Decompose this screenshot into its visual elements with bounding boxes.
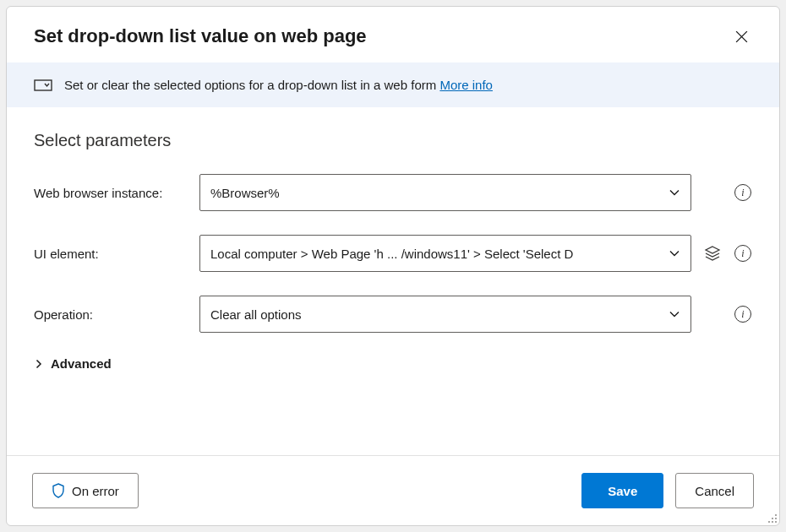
svg-point-5: [772, 521, 773, 523]
web-browser-select[interactable]: %Browser%: [199, 174, 691, 211]
chevron-down-icon: [669, 247, 680, 259]
banner-text: Set or clear the selected options for a …: [64, 78, 493, 92]
info-icon: i: [734, 245, 751, 262]
web-browser-label: Web browser instance:: [34, 186, 199, 200]
svg-point-2: [772, 518, 773, 519]
chevron-down-icon: [669, 187, 680, 198]
save-button[interactable]: Save: [581, 473, 663, 508]
web-browser-info-button[interactable]: i: [734, 183, 752, 202]
svg-point-3: [775, 518, 777, 519]
dropdown-banner-icon: [34, 79, 52, 92]
info-icon: i: [734, 184, 751, 201]
param-operation: Operation: Clear all options i: [34, 296, 752, 333]
dialog-footer: On error Save Cancel: [7, 455, 779, 525]
layers-icon: [704, 245, 721, 262]
on-error-label: On error: [72, 484, 119, 498]
operation-label: Operation:: [34, 307, 199, 322]
shield-icon: [52, 483, 65, 498]
dialog-title: Set drop-down list value on web page: [34, 25, 367, 47]
svg-point-6: [775, 521, 777, 523]
svg-point-4: [768, 521, 770, 523]
chevron-right-icon: [34, 359, 44, 369]
content-area: Select parameters Web browser instance: …: [7, 107, 779, 455]
chevron-down-icon: [669, 308, 680, 320]
operation-info-button[interactable]: i: [734, 305, 752, 323]
advanced-toggle[interactable]: Advanced: [34, 356, 752, 371]
info-banner: Set or clear the selected options for a …: [7, 62, 779, 107]
operation-value: Clear all options: [210, 307, 669, 322]
dialog-header: Set drop-down list value on web page: [7, 7, 779, 62]
on-error-button[interactable]: On error: [32, 473, 139, 508]
ui-element-picker-button[interactable]: [703, 244, 722, 263]
operation-select[interactable]: Clear all options: [199, 296, 691, 333]
cancel-label: Cancel: [695, 484, 734, 498]
ui-element-label: UI element:: [34, 247, 199, 261]
banner-description: Set or clear the selected options for a …: [64, 78, 439, 92]
more-info-link[interactable]: More info: [439, 78, 493, 92]
close-button[interactable]: [731, 26, 752, 47]
info-icon: i: [734, 306, 751, 323]
ui-element-info-button[interactable]: i: [734, 244, 752, 263]
svg-point-1: [775, 514, 777, 516]
advanced-label: Advanced: [51, 356, 112, 371]
section-title: Select parameters: [34, 131, 752, 150]
save-label: Save: [608, 484, 637, 498]
web-browser-value: %Browser%: [210, 186, 669, 200]
footer-actions: Save Cancel: [581, 473, 754, 508]
param-ui-element: UI element: Local computer > Web Page 'h…: [34, 235, 752, 272]
param-web-browser: Web browser instance: %Browser% i: [34, 174, 752, 211]
svg-rect-0: [35, 80, 52, 90]
close-icon: [734, 30, 749, 44]
ui-element-value: Local computer > Web Page 'h ... /window…: [210, 247, 669, 261]
resize-grip-icon[interactable]: [766, 512, 778, 524]
ui-element-select[interactable]: Local computer > Web Page 'h ... /window…: [199, 235, 691, 272]
cancel-button[interactable]: Cancel: [675, 473, 754, 508]
dialog: Set drop-down list value on web page Set…: [6, 6, 780, 526]
